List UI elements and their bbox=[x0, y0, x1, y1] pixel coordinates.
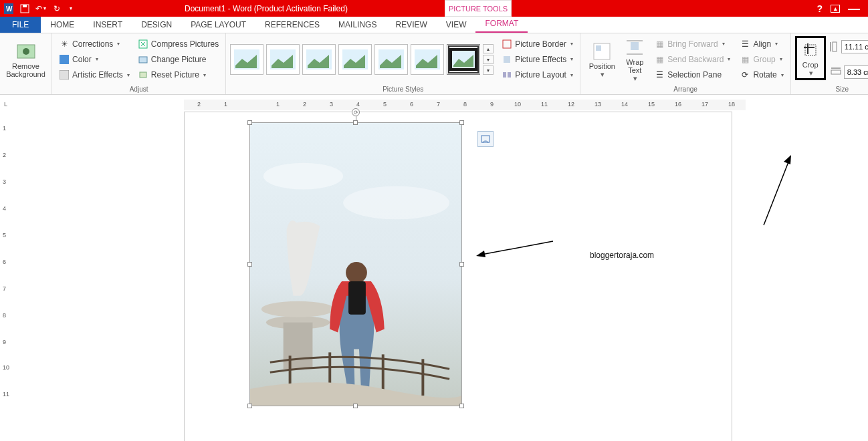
crop-button[interactable]: Crop▾ bbox=[795, 36, 826, 80]
height-input[interactable] bbox=[841, 40, 868, 53]
style-thumb-3[interactable] bbox=[302, 44, 336, 75]
minimize-icon[interactable]: — bbox=[848, 6, 860, 11]
tab-references[interactable]: REFERENCES bbox=[255, 17, 329, 33]
compress-pictures-button[interactable]: Compress Pictures bbox=[135, 38, 221, 50]
svg-text:W: W bbox=[6, 5, 13, 13]
resize-handle-tr[interactable] bbox=[459, 120, 464, 125]
style-thumb-6[interactable] bbox=[411, 44, 444, 75]
color-button[interactable]: Color▾ bbox=[56, 53, 132, 65]
tab-file[interactable]: FILE bbox=[0, 17, 41, 33]
resize-handle-tm[interactable] bbox=[353, 120, 358, 125]
word-app-icon: W bbox=[4, 4, 13, 13]
tab-view[interactable]: VIEW bbox=[437, 17, 476, 33]
inserted-picture[interactable]: ⟳ bbox=[249, 122, 462, 406]
gallery-more-icon[interactable]: ▾ bbox=[483, 65, 494, 75]
remove-background-button[interactable]: Remove Background bbox=[3, 36, 49, 83]
bring-forward-button[interactable]: ▦Bring Forward▾ bbox=[651, 38, 733, 50]
send-backward-icon: ▦ bbox=[654, 54, 665, 65]
resize-handle-mr[interactable] bbox=[459, 262, 464, 267]
group-button[interactable]: ▦Group▾ bbox=[737, 53, 786, 65]
picture-border-icon bbox=[502, 39, 512, 49]
svg-rect-10 bbox=[140, 72, 146, 78]
position-button[interactable]: Position▾ bbox=[584, 36, 619, 83]
tab-format[interactable]: FORMAT bbox=[475, 15, 528, 33]
corrections-icon: ☀ bbox=[59, 39, 70, 49]
document-page[interactable]: ⟳ bbox=[184, 112, 732, 441]
qat-customize-icon[interactable]: ▾ bbox=[70, 5, 72, 11]
rotate-button[interactable]: ⟳Rotate▾ bbox=[737, 69, 786, 81]
send-backward-button[interactable]: ▦Send Backward▾ bbox=[651, 53, 733, 65]
undo-icon[interactable]: ↶▾ bbox=[36, 4, 45, 13]
style-thumb-5[interactable] bbox=[374, 44, 408, 75]
svg-line-48 bbox=[764, 160, 789, 225]
group-label-arrange: Arrange bbox=[584, 84, 786, 94]
bring-forward-icon: ▦ bbox=[654, 39, 665, 49]
tab-mailings[interactable]: MAILINGS bbox=[329, 17, 386, 33]
picture-border-button[interactable]: Picture Border▾ bbox=[499, 38, 576, 50]
reset-picture-icon bbox=[138, 69, 148, 80]
style-thumb-4[interactable] bbox=[338, 44, 372, 75]
remove-background-label: Remove Background bbox=[3, 62, 49, 78]
ruler-vertical[interactable]: 12 34 56 78 910 11 bbox=[3, 112, 13, 441]
svg-rect-19 bbox=[503, 40, 511, 48]
style-thumb-7-selected[interactable] bbox=[447, 44, 480, 75]
align-button[interactable]: ☰Align▾ bbox=[737, 38, 786, 50]
svg-point-37 bbox=[346, 262, 367, 283]
picture-styles-gallery[interactable]: ▴ ▾ ▾ bbox=[230, 44, 494, 75]
help-icon[interactable]: ? bbox=[817, 3, 823, 14]
picture-layout-button[interactable]: Picture Layout▾ bbox=[499, 69, 576, 81]
save-icon[interactable] bbox=[20, 4, 29, 13]
gallery-down-icon[interactable]: ▾ bbox=[483, 55, 494, 64]
width-input[interactable] bbox=[844, 65, 868, 79]
svg-rect-21 bbox=[503, 72, 506, 78]
svg-rect-7 bbox=[60, 70, 69, 80]
resize-handle-bm[interactable] bbox=[353, 404, 358, 408]
reset-picture-button[interactable]: Reset Picture▾ bbox=[135, 69, 221, 81]
svg-rect-20 bbox=[504, 56, 510, 63]
svg-rect-24 bbox=[596, 45, 601, 51]
svg-rect-35 bbox=[284, 323, 313, 370]
resize-handle-tl[interactable] bbox=[247, 120, 252, 125]
ruler-horizontal[interactable]: 21 12 34 56 78 910 1112 1314 1516 1718 bbox=[184, 100, 746, 110]
svg-rect-22 bbox=[508, 72, 511, 78]
picture-layout-icon bbox=[502, 69, 512, 80]
crop-label: Crop bbox=[802, 61, 819, 69]
change-picture-button[interactable]: Change Picture bbox=[135, 53, 221, 65]
style-thumb-2[interactable] bbox=[266, 44, 300, 75]
color-icon bbox=[59, 54, 70, 65]
artistic-effects-icon bbox=[59, 69, 70, 80]
svg-point-32 bbox=[263, 163, 343, 190]
svg-point-33 bbox=[343, 186, 449, 220]
resize-handle-br[interactable] bbox=[459, 404, 464, 408]
artistic-effects-button[interactable]: Artistic Effects▾ bbox=[56, 69, 132, 81]
svg-rect-25 bbox=[631, 42, 639, 50]
group-icon: ▦ bbox=[740, 54, 750, 65]
resize-handle-bl[interactable] bbox=[247, 404, 252, 408]
tab-insert[interactable]: INSERT bbox=[84, 17, 132, 33]
redo-icon[interactable]: ↻ bbox=[52, 4, 62, 13]
tab-review[interactable]: REVIEW bbox=[386, 17, 436, 33]
rotate-icon: ⟳ bbox=[740, 69, 750, 80]
ribbon-options-icon[interactable]: ▴ bbox=[831, 5, 840, 13]
svg-rect-28 bbox=[805, 45, 816, 55]
gallery-up-icon[interactable]: ▴ bbox=[483, 44, 494, 53]
tab-home[interactable]: HOME bbox=[41, 17, 84, 33]
svg-rect-3 bbox=[23, 5, 27, 7]
style-thumb-1[interactable] bbox=[230, 44, 263, 75]
contextual-tab-picture-tools: PICTURE TOOLS bbox=[445, 0, 512, 17]
tab-page-layout[interactable]: PAGE LAYOUT bbox=[181, 17, 255, 33]
corrections-button[interactable]: ☀Corrections▾ bbox=[56, 38, 132, 50]
tab-design[interactable]: DESIGN bbox=[132, 17, 181, 33]
group-label-adjust: Adjust bbox=[56, 84, 221, 94]
resize-handle-ml[interactable] bbox=[247, 262, 252, 267]
rotate-handle-icon[interactable]: ⟳ bbox=[352, 108, 360, 116]
svg-point-5 bbox=[23, 48, 29, 55]
selection-pane-button[interactable]: ☰Selection Pane bbox=[651, 69, 733, 81]
window-title: Document1 - Word (Product Activation Fai… bbox=[0, 4, 868, 13]
layout-options-icon[interactable] bbox=[477, 131, 494, 147]
svg-rect-30 bbox=[831, 70, 841, 74]
group-label-picture-styles: Picture Styles bbox=[230, 84, 576, 94]
watermark-text: bloggertoraja.com bbox=[590, 251, 654, 260]
wrap-text-button[interactable]: Wrap Text▾ bbox=[619, 36, 650, 83]
picture-effects-button[interactable]: Picture Effects▾ bbox=[499, 53, 576, 65]
